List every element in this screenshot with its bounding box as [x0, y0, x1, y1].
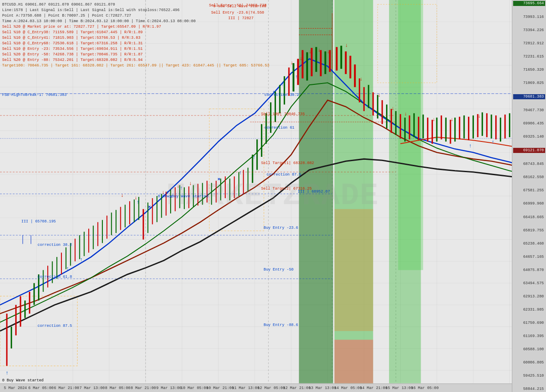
sell-line-3: Sell %10 @ Entry -23: 73534.556 | Target…	[2, 46, 270, 52]
price-62331: 62331.985	[513, 308, 545, 312]
price-60006: 60006.805	[513, 360, 545, 365]
svg-text:↓: ↓	[290, 61, 294, 66]
svg-rect-41	[334, 340, 373, 383]
price-60588: 60588.100	[513, 347, 545, 352]
price-68743: 68743.845	[513, 162, 545, 166]
price-66999: 66999.960	[513, 202, 545, 206]
svg-text:↑: ↑	[180, 185, 183, 191]
sell-line-5: Sell %20 @ Entry -88: 75342.201 | Target…	[2, 58, 270, 63]
bottom-status: 0 Buy Wave started	[2, 378, 44, 383]
time-6mar21: 6 Mar 21:00	[54, 386, 79, 390]
time-14mar05: 14 Mar 05:00	[334, 386, 362, 390]
iii-68952: III | 68952.07	[298, 190, 330, 194]
correction-61-label: correction 61.8	[38, 275, 72, 279]
svg-text:↓: ↓	[450, 117, 454, 123]
svg-text:↑: ↑	[253, 155, 256, 161]
time-6mar05: 6 Mar 05:00	[28, 386, 53, 390]
svg-text:↓: ↓	[121, 193, 124, 199]
svg-text:↓: ↓	[318, 47, 321, 53]
time-10mar05: 10 Mar 05:00	[181, 386, 209, 390]
sell-line-0: Sell %10 @ C_Entry38: 71159.589 | Target…	[2, 30, 270, 35]
time-11mar13: 11 Mar 13:00	[232, 386, 260, 390]
time-9mar13: 9 Mar 13:00	[156, 386, 181, 390]
time-8mar21: 8 Mar 21:00	[131, 386, 156, 390]
price-59425: 59425.510	[513, 374, 545, 378]
svg-text:↓: ↓	[432, 117, 436, 123]
svg-text:×: ×	[148, 204, 151, 210]
svg-text:↑: ↑	[80, 257, 83, 263]
fsb-level: FSB-HighToBreak-1: 70681.383	[2, 93, 67, 97]
svg-text:↑: ↑	[295, 74, 298, 80]
buy-entry-50: Buy Entry -50	[264, 268, 293, 272]
sell-entry-23: Sell Entry -23.6|74.550	[211, 11, 264, 15]
correction-38-label: correction 38.2	[38, 243, 72, 247]
sell-line-4: Sell %20 @ Entry -50: 74268.738 | Target…	[2, 52, 270, 58]
time-5mar: 5 Mar 2024	[4, 386, 27, 390]
svg-text:↓: ↓	[378, 92, 381, 98]
svg-rect-40	[334, 209, 373, 331]
price-63494: 63494.575	[513, 281, 545, 285]
sell-target1: Sell Target1| 68328.082	[261, 161, 314, 165]
sell-72827: III | 72827	[228, 16, 253, 20]
correction-87-right: correction 87.5	[267, 173, 301, 177]
price-70681: 70681.383	[513, 94, 545, 99]
svg-text:↓: ↓	[478, 113, 481, 119]
price-72231: 72231.615	[513, 55, 545, 59]
buy-entry-23: Buy Entry -23.6	[264, 226, 298, 230]
sell-100: Sell 100| 70046.735	[261, 112, 305, 116]
price-62913: 62913.280	[513, 294, 545, 299]
price-65819: 65819.755	[513, 228, 545, 233]
svg-text:↓: ↓	[134, 195, 138, 201]
buy-entry-88: Buy Entry -88.6	[264, 323, 298, 327]
svg-text:↓: ↓	[308, 49, 312, 55]
correction-61-right: correction 61	[264, 126, 294, 130]
svg-text:↓: ↓	[177, 183, 180, 189]
time-8mar05: 8 Mar 05:00	[105, 386, 130, 390]
price-71069: 71069.025	[513, 81, 545, 85]
svg-text:↓: ↓	[360, 76, 363, 82]
sell-line-2: Sell %10 @ C_Entry68: 72530.618 | Target…	[2, 41, 270, 46]
sell-entry-50: Sell Entry -50| 74068.738	[209, 3, 267, 8]
price-66418: 66418.665	[513, 215, 545, 219]
symbol: BTCUSD.H1	[2, 3, 23, 7]
chart-container: ↑ ↑ ↑ ↑ ↑ ↑ ↑ ↑ ↑ ↑ ↑ ↑ ↑ ↓ ↓ ↓ ↓ ↓ ↓ ↓ …	[0, 0, 546, 392]
price-58844: 58844.215	[513, 387, 545, 391]
svg-text:↑: ↑	[281, 82, 285, 88]
price-64657: 64657.165	[513, 255, 545, 259]
price-73394: 73394.226	[513, 28, 545, 32]
time-15mar13: 15 Mar 13:00	[386, 386, 413, 390]
price-71650: 71650.320	[513, 68, 545, 72]
time-scale: 5 Mar 2024 6 Mar 05:00 6 Mar 21:00 7 Mar…	[0, 383, 512, 392]
price-69906: 69906.435	[513, 121, 545, 126]
svg-text:↓: ↓	[299, 56, 303, 62]
svg-text:×: ×	[218, 176, 221, 182]
price-73695: 73695.664	[513, 1, 545, 6]
price-73994: 73993.116	[513, 15, 545, 19]
targets-info: Target100: 70046.735 | Target 161: 68328…	[2, 63, 270, 69]
price-68162: 68162.550	[513, 175, 545, 179]
price-64075: 64075.870	[513, 268, 545, 272]
svg-text:↓: ↓	[391, 106, 395, 112]
sell-market: Sell %20 @ Market price or at: 72827.727…	[2, 24, 270, 30]
new-buy-wave: 0 New Buy Wave started	[158, 194, 209, 199]
svg-text:↓: ↓	[404, 111, 407, 117]
svg-text:↓: ↓	[189, 181, 192, 187]
time-12mar21: 12 Mar 21:00	[283, 386, 311, 390]
time-16mar05: 16 Mar 05:00	[411, 386, 439, 390]
svg-text:↑: ↑	[469, 143, 472, 149]
svg-text:↑: ↑	[239, 170, 242, 176]
correction-87-label: correction 87.5	[38, 324, 72, 328]
svg-text:↑: ↑	[491, 140, 495, 146]
time-10mar21: 10 Mar 21:00	[206, 386, 234, 390]
svg-text:↓: ↓	[345, 43, 349, 49]
svg-text:↑: ↑	[66, 266, 70, 272]
price-61750: 61750.690	[513, 321, 545, 325]
price-61169: 61169.395	[513, 334, 545, 338]
time-13mar13: 13 Mar 13:00	[309, 386, 337, 390]
price-69325: 69325.140	[513, 135, 545, 139]
time-14mar21: 14 Mar 21:00	[360, 386, 388, 390]
iii-65708: III | 65708.195	[21, 219, 56, 224]
svg-text:↑: ↑	[6, 370, 9, 376]
price-69121: 69121.070	[513, 148, 545, 153]
time-12mar05: 12 Mar 05:00	[258, 386, 285, 390]
